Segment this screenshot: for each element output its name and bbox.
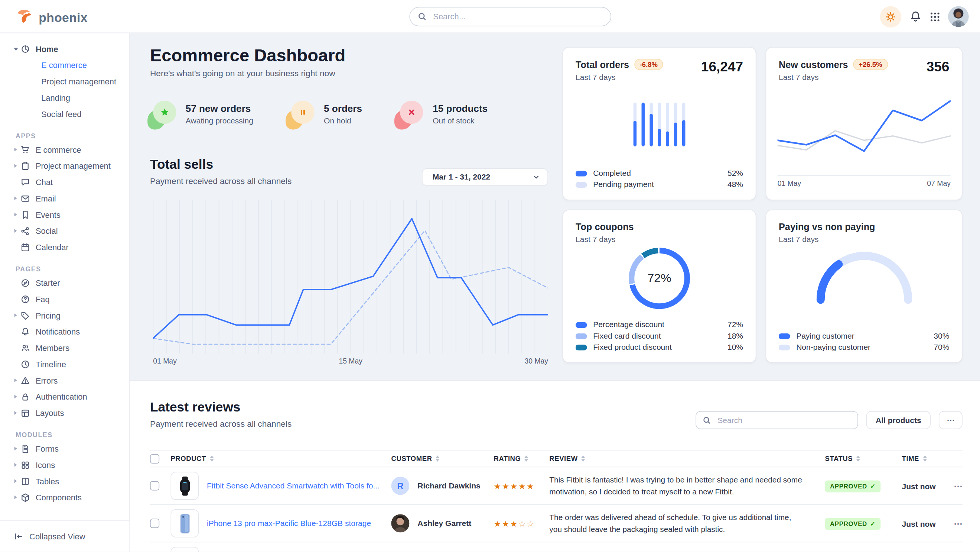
sidebar-item-tables[interactable]: Tables <box>0 473 129 489</box>
sidebar-item-label: Chat <box>36 177 53 187</box>
sidebar-item-email[interactable]: Email <box>0 190 129 207</box>
sort-icon[interactable] <box>856 455 860 462</box>
sidebar-item-social[interactable]: Social <box>0 223 129 239</box>
column-header-product[interactable]: PRODUCT <box>170 455 391 463</box>
product-link[interactable]: Fitbit Sense Advanced Smartwatch with To… <box>207 481 380 490</box>
sidebar-item-icons[interactable]: Icons <box>0 457 129 473</box>
x-tick: 30 May <box>525 357 548 365</box>
row-menu-button[interactable]: ⋯ <box>943 518 962 528</box>
sidebar-item-members[interactable]: Members <box>0 340 129 356</box>
sidebar-item-label: Social <box>36 226 58 235</box>
legend-row-completed: Completed52% <box>576 168 743 179</box>
user-avatar[interactable] <box>948 6 969 27</box>
all-products-button[interactable]: All products <box>866 411 931 429</box>
global-search-input[interactable] <box>432 11 603 22</box>
stat-text: 57 new ordersAwating processing <box>186 103 253 125</box>
card-period: Last 7 days <box>779 73 888 82</box>
collapse-sidebar-button[interactable]: Collapsed View <box>0 520 129 552</box>
notifications-button[interactable] <box>910 10 922 23</box>
apps-menu-button[interactable] <box>930 11 940 22</box>
sidebar-item-pricing[interactable]: Pricing <box>0 307 129 323</box>
sidebar-item-faq[interactable]: Faq <box>0 291 129 308</box>
sidebar-item-label: Tables <box>36 477 59 486</box>
x-tick: 15 May <box>339 357 362 365</box>
caret-right-icon <box>13 378 21 383</box>
sort-icon[interactable] <box>525 455 528 462</box>
sidebar-item-layouts[interactable]: Layouts <box>0 405 129 421</box>
sidebar-item-home[interactable]: Home <box>0 40 129 57</box>
new-customers-x-axis: 01 May 07 May <box>778 175 951 187</box>
sidebar-item-social-feed[interactable]: Social feed <box>0 105 129 122</box>
sidebar-item-label: Members <box>36 343 70 353</box>
column-header-rating[interactable]: RATING <box>494 455 550 463</box>
row-checkbox[interactable] <box>150 518 159 528</box>
sidebar-item-errors[interactable]: Errors <box>0 372 129 388</box>
column-header-status[interactable]: STATUS <box>825 455 902 463</box>
reviews-search-input[interactable] <box>716 415 851 425</box>
product-cell: iPhone 13 pro max-Pacific Blue-128GB sto… <box>170 509 391 538</box>
sidebar-item-timeline[interactable]: Timeline <box>0 356 129 372</box>
select-all-checkbox[interactable] <box>150 454 159 463</box>
theme-toggle-button[interactable] <box>880 6 901 27</box>
product-link[interactable]: iPhone 13 pro max-Pacific Blue-128GB sto… <box>207 519 371 528</box>
sidebar-item-events[interactable]: Events <box>0 206 129 223</box>
sort-icon[interactable] <box>923 455 926 462</box>
order-bar-fill <box>658 129 661 147</box>
legend-row-non-paying-customer: Non-paying customer70% <box>779 341 949 353</box>
reviews-search[interactable] <box>695 411 858 429</box>
date-range-select[interactable]: Mar 1 - 31, 2022 <box>422 168 548 186</box>
column-header-time[interactable]: TIME <box>902 455 944 463</box>
rating-cell: ★★★☆☆ <box>494 518 550 529</box>
customer-name: Ashley Garrett <box>417 519 471 528</box>
check-icon: ✓ <box>870 520 876 527</box>
row-menu-button[interactable]: ⋯ <box>943 481 962 491</box>
sidebar-item-e-commerce[interactable]: E commerce <box>0 57 129 73</box>
legend-row-pending-payment: Pending payment48% <box>576 179 743 190</box>
tag-icon <box>21 311 36 320</box>
sidebar-item-components[interactable]: Components <box>0 489 129 506</box>
table-row: iPhone 13 pro max-Pacific Blue-128GB sto… <box>150 505 963 542</box>
sidebar-item-notifications[interactable]: Notifications <box>0 323 129 340</box>
sidebar-item-landing[interactable]: Landing <box>0 89 129 106</box>
legend-label: Non-paying customer <box>796 343 870 352</box>
stat-sublabel: Awating processing <box>186 116 253 125</box>
sidebar-item-project-management[interactable]: Project management <box>0 158 129 174</box>
compass-icon <box>21 278 36 287</box>
status-label: APPROVED <box>830 520 867 527</box>
more-options-button[interactable]: ⋯ <box>939 411 963 429</box>
time-cell: Just now <box>902 480 944 491</box>
global-search[interactable] <box>409 7 611 26</box>
sidebar-section-modules: MODULES <box>0 429 129 440</box>
customer-cell: RRichard Dawkins <box>391 477 494 495</box>
sidebar-item-chat[interactable]: Chat <box>0 174 129 190</box>
sort-icon[interactable] <box>210 455 213 462</box>
columns-icon <box>21 477 36 486</box>
stat-circle <box>153 101 176 124</box>
order-bar-fill <box>674 123 677 147</box>
legend-row-fixed-card-discount: Fixed card discount18% <box>576 330 743 341</box>
sidebar-item-starter[interactable]: Starter <box>0 275 129 291</box>
sidebar-item-label: Errors <box>36 376 58 385</box>
x-tick: 01 May <box>778 180 801 187</box>
sidebar-item-calendar[interactable]: Calendar <box>0 239 129 255</box>
row-checkbox[interactable] <box>150 481 159 490</box>
logo[interactable]: phoenix <box>15 7 87 28</box>
clock-icon <box>21 359 36 369</box>
sidebar-item-forms[interactable]: Forms <box>0 440 129 457</box>
rating-cell: ★★★★★ <box>494 480 550 491</box>
legend-label: Pending payment <box>593 180 654 189</box>
sort-icon[interactable] <box>436 455 440 462</box>
sidebar-item-authentication[interactable]: Authentication <box>0 388 129 405</box>
legend-swatch <box>779 333 790 339</box>
legend-label: Paying customer <box>796 332 854 340</box>
collapse-label: Collapsed View <box>29 532 85 541</box>
review-text: The order was delivered ahead of schedul… <box>549 512 805 535</box>
sidebar-item-project-management[interactable]: Project management <box>0 73 129 89</box>
legend-label: Fixed product discount <box>593 343 672 352</box>
column-header-label: CUSTOMER <box>391 455 432 463</box>
sort-icon[interactable] <box>582 455 585 462</box>
column-header-customer[interactable]: CUSTOMER <box>391 455 494 463</box>
stat-sublabel: On hold <box>324 116 362 125</box>
column-header-review[interactable]: REVIEW <box>549 455 825 463</box>
sidebar-item-e-commerce[interactable]: E commerce <box>0 141 129 158</box>
